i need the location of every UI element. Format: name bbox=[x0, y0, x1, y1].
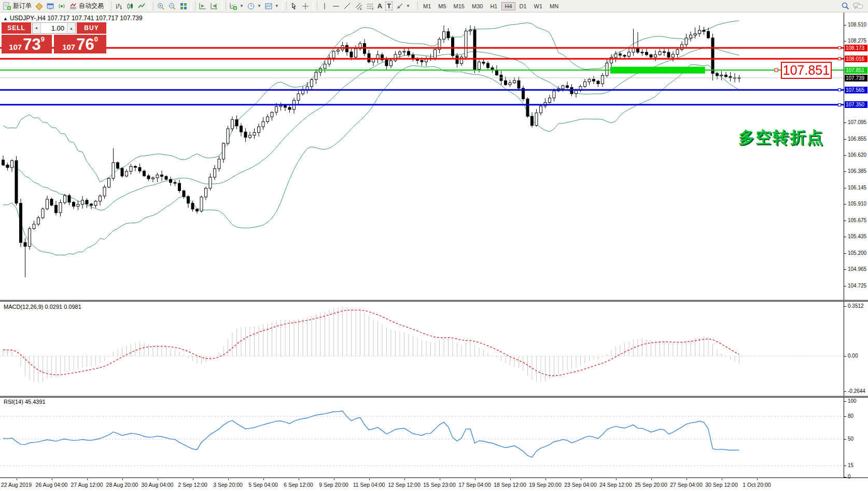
chart-bars-button[interactable] bbox=[113, 1, 124, 11]
chart-annotation-text[interactable]: 多空转折点 bbox=[738, 127, 824, 148]
callout-anchor-marker[interactable] bbox=[775, 69, 778, 72]
fibonacci-tool-button[interactable]: F bbox=[365, 1, 376, 11]
templates-button[interactable]: ▼ bbox=[263, 1, 281, 11]
time-tick bbox=[193, 479, 193, 480]
candle-body bbox=[332, 51, 335, 58]
volume-decrease-button[interactable]: ▼ bbox=[33, 23, 41, 33]
buy-button[interactable]: BUY bbox=[77, 22, 106, 34]
auto-scroll-button[interactable] bbox=[197, 1, 208, 11]
timeframe-h1-button[interactable]: H1 bbox=[487, 2, 500, 10]
highlight-zone[interactable] bbox=[610, 67, 705, 74]
auto-trading-button[interactable]: 自动交易 bbox=[67, 1, 105, 11]
candle-body bbox=[117, 162, 119, 168]
hline-handle-marker[interactable] bbox=[838, 57, 841, 60]
sell-button[interactable]: SELL bbox=[2, 22, 31, 34]
sell-price-button[interactable]: 107739 bbox=[2, 35, 52, 53]
candle-body bbox=[593, 79, 595, 81]
chart-line-button[interactable] bbox=[136, 1, 147, 11]
pane-separator[interactable] bbox=[0, 300, 868, 302]
timeframe-d1-button[interactable]: D1 bbox=[516, 2, 530, 10]
candle-body bbox=[152, 178, 155, 179]
sell-price-sup: 9 bbox=[41, 35, 45, 43]
candle-body bbox=[311, 79, 313, 87]
rsi-tick bbox=[844, 401, 846, 402]
cursor-tool-button[interactable] bbox=[288, 1, 300, 11]
equidistant-channel-icon: E bbox=[355, 2, 363, 10]
timeframe-h4-button[interactable]: H4 bbox=[501, 2, 515, 10]
candle-body bbox=[231, 120, 234, 129]
market-watch-button[interactable] bbox=[33, 1, 45, 11]
horizontal-line-tool-button[interactable] bbox=[330, 1, 342, 11]
search-icon[interactable] bbox=[841, 2, 850, 10]
time-label: 30 Aug 04:00 bbox=[142, 482, 174, 488]
volume-increase-button[interactable]: ▲ bbox=[67, 23, 75, 33]
chart-shift-button[interactable] bbox=[208, 1, 220, 11]
timeframe-m5-button[interactable]: M5 bbox=[435, 2, 449, 10]
add-indicator-button[interactable]: ▼ bbox=[228, 1, 245, 11]
price-axis[interactable]: 108.510108.275107.095106.855106.620106.3… bbox=[844, 12, 868, 478]
chart-shift-icon bbox=[210, 2, 218, 10]
tile-windows-button[interactable] bbox=[178, 1, 189, 11]
timeframe-mn-button[interactable]: MN bbox=[547, 2, 562, 10]
macd-tick bbox=[844, 356, 846, 357]
zoom-in-button[interactable] bbox=[155, 1, 166, 11]
hline-handle-marker[interactable] bbox=[838, 103, 841, 106]
price-callout-label[interactable]: 107.851 bbox=[781, 62, 832, 79]
candle-body bbox=[267, 117, 269, 121]
zoom-out-button[interactable] bbox=[166, 1, 178, 11]
collapse-icon[interactable]: ▲ bbox=[3, 16, 8, 21]
time-label: 23 Sep 04:00 bbox=[564, 482, 596, 488]
time-label: 24 Sep 12:00 bbox=[599, 482, 632, 488]
buy-price-button[interactable]: 107760 bbox=[54, 35, 106, 53]
vertical-line-tool-button[interactable] bbox=[319, 1, 330, 11]
volume-input[interactable]: 1.00 bbox=[41, 23, 67, 33]
timeframe-m15-button[interactable]: M15 bbox=[451, 2, 468, 10]
volume-stepper[interactable]: ▼ 1.00 ▲ bbox=[32, 22, 76, 34]
rsi-tick bbox=[844, 466, 846, 466]
pane-separator[interactable] bbox=[0, 396, 868, 398]
timeframe-m30-button[interactable]: M30 bbox=[469, 2, 486, 10]
arrows-tool-button[interactable]: ▼ bbox=[394, 1, 412, 11]
channel-tool-button[interactable]: E bbox=[353, 1, 365, 11]
signals-button[interactable] bbox=[56, 1, 67, 11]
hline-handle-marker[interactable] bbox=[838, 88, 841, 91]
candle-body bbox=[619, 54, 622, 56]
timeframe-w1-button[interactable]: W1 bbox=[531, 2, 546, 10]
timeframe-m1-button[interactable]: M1 bbox=[420, 2, 434, 10]
price-tick-label: 106.620 bbox=[848, 152, 866, 158]
chart-canvas[interactable] bbox=[0, 0, 844, 491]
crosshair-icon bbox=[301, 2, 310, 10]
candle-body bbox=[41, 209, 44, 217]
time-tick bbox=[17, 479, 17, 480]
auto-trading-icon bbox=[69, 2, 77, 10]
time-label: 18 Sep 12:00 bbox=[494, 482, 526, 488]
sell-price-big: 73 bbox=[23, 37, 40, 52]
hline-handle-marker[interactable] bbox=[838, 46, 841, 49]
new-order-button[interactable]: 新订单 bbox=[2, 1, 33, 11]
candle-body bbox=[526, 99, 529, 116]
time-tick bbox=[52, 479, 52, 480]
candle-body bbox=[315, 72, 317, 79]
toolbar-separator bbox=[107, 2, 111, 10]
time-tick bbox=[334, 479, 334, 480]
data-window-button[interactable] bbox=[45, 1, 56, 11]
text-label-tool-button[interactable]: T bbox=[384, 1, 394, 11]
candle-body bbox=[55, 205, 58, 213]
one-click-trading-panel: SELL ▼ 1.00 ▲ BUY 107739 107760 bbox=[2, 22, 106, 53]
time-tick bbox=[545, 479, 546, 480]
time-axis[interactable]: 22 Aug 201926 Aug 04:0027 Aug 12:0028 Au… bbox=[0, 479, 868, 491]
candle-body bbox=[37, 218, 40, 224]
candle-body bbox=[553, 91, 555, 98]
label-tool-label: T bbox=[385, 2, 393, 10]
candle-body bbox=[562, 86, 564, 89]
chart-candles-button[interactable] bbox=[124, 1, 136, 11]
candle-body bbox=[284, 105, 287, 107]
periods-button[interactable]: ▼ bbox=[245, 1, 263, 11]
symbol-header[interactable]: ▲USDJPY-,H4 107.717 107.741 107.717 107.… bbox=[3, 15, 143, 22]
chat-icon[interactable] bbox=[853, 2, 863, 10]
crosshair-tool-button[interactable] bbox=[300, 1, 311, 11]
macd-tick-label: -0.2644 bbox=[848, 388, 865, 394]
time-label: 15 Sep 23:00 bbox=[423, 482, 455, 488]
text-tool-button[interactable]: A bbox=[376, 1, 384, 11]
trendline-tool-button[interactable] bbox=[342, 1, 353, 11]
